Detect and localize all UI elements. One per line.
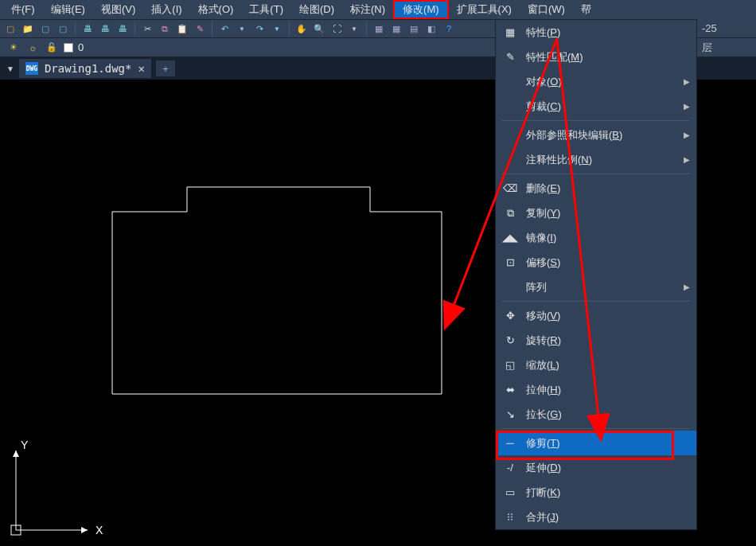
redo-icon[interactable]: ↷ [252,21,267,36]
menu-item-label: 旋转(R) [526,333,690,348]
menu-item-L[interactable]: ◱缩放(L) [496,353,696,377]
menu-item-M[interactable]: ✎特性匹配(M) [496,45,696,69]
menu-item-label: 特性匹配(M) [526,50,690,64]
menu-item-N[interactable]: 注释性比例(N)▶ [496,147,696,172]
file-name: Drawing1.dwg* [45,62,132,75]
modify-menu: ▦特性(P)✎特性匹配(M)对象(O)▶剪裁(C)▶外部参照和块编辑(B)▶注释… [495,19,697,530]
menu-item-E[interactable]: ⌫删除(E) [496,176,696,201]
calc-icon[interactable]: ▦ [372,21,386,36]
menu-item-icon: ▭ [502,486,518,498]
sun-icon[interactable]: ☀ [6,41,21,55]
menu-item-C[interactable]: 剪裁(C)▶ [496,94,696,119]
submenu-arrow-icon: ▶ [684,283,690,291]
close-icon[interactable]: ✕ [138,62,144,75]
undo-icon[interactable]: ↶ [217,21,232,36]
menu-separator [502,174,690,174]
menu-item-O[interactable]: 对象(O)▶ [496,69,696,94]
menu-视图(V)[interactable]: 视图(V) [93,0,143,19]
right-panel: -25 层 [697,19,756,57]
menu-separator [502,428,690,429]
new3-icon[interactable]: ▢ [56,21,70,36]
menu-item-icon: -/ [502,462,518,474]
svg-text:Y: Y [21,439,29,451]
new-tab-button[interactable]: + [156,60,175,76]
menu-item-label: 拉伸(H) [526,383,690,397]
open-icon[interactable]: 📁 [21,21,35,36]
menu-separator [502,301,690,302]
menu-item-阵列[interactable]: 阵列▶ [496,275,696,299]
menu-标注(N)[interactable]: 标注(N) [342,0,393,19]
menu-item-icon: ↘ [502,408,518,420]
menu-item-label: 修剪(T) [526,436,690,450]
menu-item-G[interactable]: ↘拉长(G) [496,402,696,427]
menu-工具(T)[interactable]: 工具(T) [241,0,291,19]
menu-item-K[interactable]: ▭打断(K) [496,480,696,505]
zoom-icon[interactable]: 🔍 [312,21,326,36]
menu-格式(O)[interactable]: 格式(O) [190,0,242,19]
menu-item-P[interactable]: ▦特性(P) [496,20,696,45]
menu-item-D[interactable]: -/延伸(D) [496,455,696,480]
menu-item-label: 延伸(D) [526,461,690,475]
color-icon[interactable] [64,43,73,53]
rp-val2: 层 [697,38,756,57]
menu-item-label: 删除(E) [526,181,690,196]
sheet-icon[interactable]: ▤ [407,21,421,36]
menu-item-label: 特性(P) [526,25,690,40]
menu-item-icon: ⁝⁝ [502,511,518,523]
menubar: 件(F)编辑(E)视图(V)插入(I)格式(O)工具(T)绘图(D)标注(N)修… [0,0,756,19]
sun2-icon[interactable]: ☼ [25,41,40,55]
new2-icon[interactable]: ▢ [38,21,53,36]
print-icon[interactable]: 🖶 [80,21,95,36]
menu-item-label: 偏移(S) [526,255,690,270]
menu-item-label: 合并(J) [526,510,690,525]
menu-separator [502,120,690,121]
drawing-canvas[interactable]: X Y [0,80,495,546]
table-icon[interactable]: ▦ [389,21,403,36]
menu-item-S[interactable]: ⊡偏移(S) [496,250,696,275]
menu-item-icon: ▦ [502,26,518,38]
menu-item-T[interactable]: ─修剪(T) [496,431,696,455]
print2-icon[interactable]: 🖶 [98,21,112,36]
file-tab[interactable]: DWG Drawing1.dwg* ✕ [19,59,151,78]
menu-扩展工具(X)[interactable]: 扩展工具(X) [449,0,520,19]
menu-item-J[interactable]: ⁝⁝合并(J) [496,505,696,529]
lock-icon[interactable]: 🔓 [45,41,59,55]
pan-icon[interactable]: ✋ [294,21,309,36]
cut-icon[interactable]: ✂ [140,21,154,36]
clip-icon[interactable]: ◧ [424,21,438,36]
menu-item-I[interactable]: ◢◣镜像(I) [496,225,696,250]
menu-窗口(W)[interactable]: 窗口(W) [520,0,573,19]
zoomex-icon[interactable]: ⛶ [329,21,344,36]
layer-name: 0 [78,41,84,53]
new-icon[interactable]: ▢ [3,21,18,36]
print3-icon[interactable]: 🖶 [115,21,130,36]
menu-件(F)[interactable]: 件(F) [3,0,43,19]
menu-item-icon: ✥ [502,310,518,322]
menu-item-H[interactable]: ⬌拉伸(H) [496,377,696,402]
menu-插入(I)[interactable]: 插入(I) [143,0,189,19]
menu-帮[interactable]: 帮 [573,0,599,19]
tab-arrow-icon[interactable]: ▼ [6,64,14,73]
menu-item-label: 阵列 [526,280,676,294]
submenu-arrow-icon: ▶ [684,102,690,111]
redo-drop-icon[interactable]: ▼ [270,21,284,36]
undo-drop-icon[interactable]: ▼ [235,21,249,36]
menu-绘图(D)[interactable]: 绘图(D) [291,0,342,19]
menu-item-B[interactable]: 外部参照和块编辑(B)▶ [496,123,696,147]
menu-item-icon: ⌫ [502,182,518,194]
ucs-icon: X Y [8,427,103,538]
menu-item-R[interactable]: ↻旋转(R) [496,328,696,353]
menu-item-V[interactable]: ✥移动(V) [496,303,696,328]
copy-icon[interactable]: ⧉ [158,21,172,36]
help-icon[interactable]: ? [442,21,456,36]
menu-item-label: 镜像(I) [526,231,690,245]
paste-icon[interactable]: 📋 [175,21,189,36]
zoom-drop-icon[interactable]: ▼ [347,21,361,36]
submenu-arrow-icon: ▶ [684,77,690,86]
brush-icon[interactable]: ✎ [193,21,207,36]
menu-item-icon: ⧉ [502,207,518,220]
menu-item-Y[interactable]: ⧉复制(Y) [496,201,696,225]
menu-编辑(E)[interactable]: 编辑(E) [43,0,93,19]
menu-item-label: 拉长(G) [526,408,690,422]
menu-修改(M)[interactable]: 修改(M) [393,0,449,19]
